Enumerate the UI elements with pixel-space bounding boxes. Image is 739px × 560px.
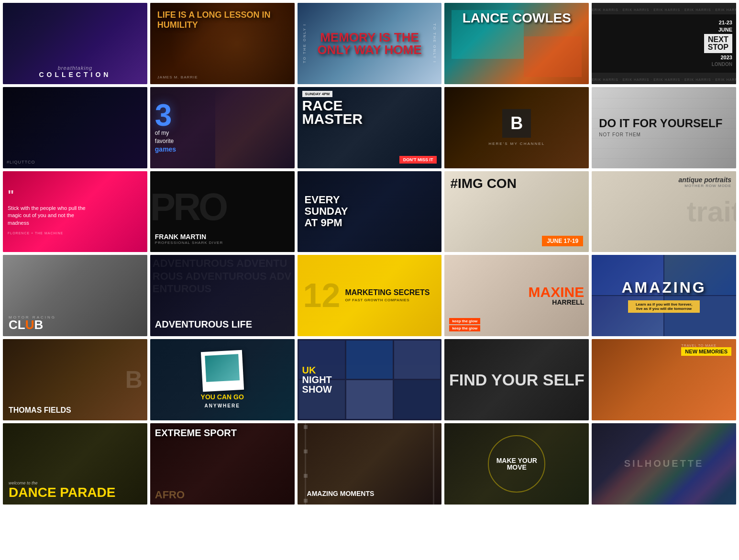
card-16[interactable]: MOTOR RACING CLUB — [3, 255, 147, 336]
card-17[interactable]: ADVENTUROUS ADVENTUROUS ADVENTUROUS ADVE… — [150, 255, 295, 336]
card-8-title: RACEMASTER — [302, 99, 437, 126]
card-27[interactable]: EXTREME SPORT AFRO — [150, 423, 295, 505]
card-22[interactable]: YOU CAN GO ANYWHERE — [150, 339, 295, 420]
card-5-year: 2023 — [704, 55, 732, 60]
card-12[interactable]: PRO FRANK MARTIN PROFESSIONAL SHARK DIVE… — [150, 171, 295, 253]
card-3-title: MEMORY IS THE ONLY WAY HOME — [317, 31, 423, 56]
card-1[interactable]: breathtaking COLLECTION — [3, 3, 147, 84]
card-13[interactable]: EVERY SUNDAY AT 9PM — [298, 171, 442, 253]
card-5-london: LONDON — [704, 62, 732, 67]
card-4[interactable]: LANCE COWLES — [444, 3, 589, 84]
card-7[interactable]: 3 of my favorite games — [150, 87, 295, 168]
card-24[interactable]: FIND YOUR SELF — [444, 339, 589, 420]
card-27-title: EXTREME SPORT — [155, 428, 290, 438]
card-11-author: FLORENCE + THE MACHINE — [8, 231, 87, 235]
card-9[interactable]: B HERE'S MY CHANNEL — [444, 87, 589, 168]
card-14-hashtag: #IMG CON — [450, 177, 583, 190]
card-22-subtitle: ANYWHERE — [205, 403, 240, 408]
card-3[interactable]: TO THE ONLY I TO THE ONLY I MEMORY IS TH… — [298, 3, 442, 84]
card-11-quote: Stick with the people who pull the magic… — [8, 205, 87, 227]
card-14-date: JUNE 17-19 — [542, 236, 583, 246]
card-7-line2: favorite — [155, 137, 176, 145]
card-8[interactable]: SUNDAY 4PM RACEMASTER DON'T MISS IT — [298, 87, 442, 168]
card-5[interactable]: ERIK HARRIS · ERIK HARRIS · ERIK HARRIS … — [592, 3, 736, 84]
card-15[interactable]: antique portraits MOTHER ROW MODE trait — [592, 171, 736, 253]
card-20[interactable]: AMAZING Learn as if you will live foreve… — [592, 255, 736, 336]
card-4-title: LANCE COWLES — [453, 11, 580, 25]
card-10[interactable]: DO IT FOR YOURSELF NOT FOR THEM — [592, 87, 736, 168]
card-23[interactable]: UKNIGHTSHOW — [298, 339, 442, 420]
card-9-letter: B — [510, 113, 523, 133]
card-11[interactable]: " Stick with the people who pull the mag… — [3, 171, 147, 253]
card-12-name: FRANK MARTIN — [155, 233, 223, 241]
card-12-subtitle: PROFESSIONAL SHARK DIVER — [155, 241, 223, 245]
card-5-repeating: ERIK HARRIS · ERIK HARRIS · ERIK HARRIS … — [592, 8, 736, 11]
card-5-next-stop: NEXTSTOP — [708, 36, 728, 51]
card-7-line1: of my — [155, 130, 176, 138]
card-23-title: UKNIGHTSHOW — [302, 365, 332, 394]
card-6[interactable]: #LIQUTTCO — [3, 87, 147, 168]
card-26-title: DANCE PARADE — [9, 486, 142, 498]
card-7-number: 3 — [155, 102, 176, 130]
card-21[interactable]: THOMAS FIELDS B — [3, 339, 147, 420]
card-19-tag1: keep the glow — [449, 318, 480, 324]
card-25[interactable]: TRAVEL TO MAKE NEW MEMORIES — [592, 339, 736, 420]
card-17-title: ADVENTUROUS LIFE — [155, 319, 290, 329]
card-10-title: DO IT FOR YOURSELF — [599, 118, 722, 129]
card-21-name: THOMAS FIELDS — [9, 406, 71, 415]
card-18-subtitle: OF FAST GROWTH COMPANIES — [345, 298, 430, 302]
card-18-title: MARKETING SECRETS — [345, 289, 430, 296]
card-28[interactable]: AMAZING MOMENTS — [298, 423, 442, 505]
card-25-title: NEW MEMORIES — [681, 347, 731, 356]
card-18-number: 12 — [303, 281, 341, 311]
card-19-name: MAXINE — [529, 285, 585, 298]
card-9-subtitle: HERE'S MY CHANNEL — [488, 142, 545, 146]
card-29[interactable]: MAKE YOUR MOVE — [444, 423, 589, 505]
card-8-time: SUNDAY 4PM — [302, 91, 333, 97]
card-2-title: LIFE IS A LONG LESSON IN HUMILITY — [157, 10, 287, 30]
card-10-subtitle: NOT FOR THEM — [599, 132, 641, 137]
card-26[interactable]: welcome to the DANCE PARADE — [3, 423, 147, 505]
card-5-june: JUNE — [704, 27, 732, 33]
card-29-title: MAKE YOUR MOVE — [489, 457, 544, 471]
card-14[interactable]: #IMG CON JUNE 17-19 — [444, 171, 589, 253]
card-28-title: AMAZING MOMENTS — [307, 490, 375, 497]
card-19-tag2: keep the glow — [449, 325, 480, 331]
thumbnail-grid: breathtaking COLLECTION LIFE IS A LONG L… — [0, 0, 739, 507]
card-27-subtitle: AFRO — [155, 490, 290, 500]
card-20-title: AMAZING — [621, 279, 706, 296]
card-24-title: FIND YOUR SELF — [449, 373, 585, 387]
card-12-big-title: PRO — [150, 185, 226, 229]
card-19[interactable]: MAXINE HARRELL keep the glow keep the gl… — [444, 255, 589, 336]
card-8-tag: DON'T MISS IT — [399, 156, 437, 164]
card-21-letter: B — [125, 366, 143, 394]
card-2-author: JAMES M. BARRIE — [157, 75, 287, 79]
card-30[interactable]: SILHOUETTE — [592, 423, 736, 505]
card-1-title: breathtaking — [3, 65, 147, 71]
card-7-line3: games — [155, 145, 176, 153]
card-16-title: CLUB — [9, 319, 56, 330]
card-18[interactable]: 12 MARKETING SECRETS OF FAST GROWTH COMP… — [298, 255, 442, 336]
card-6-subtitle: #LIQUTTCO — [7, 160, 35, 165]
card-13-text: EVERY SUNDAY AT 9PM — [305, 194, 348, 229]
card-5-dates: 21-23 — [704, 20, 732, 25]
card-2[interactable]: LIFE IS A LONG LESSON IN HUMILITY JAMES … — [150, 3, 295, 84]
card-22-title: YOU CAN GO — [201, 393, 244, 401]
card-1-subtitle: COLLECTION — [3, 71, 147, 78]
card-20-subtitle: Learn as if you will live forever, live … — [628, 300, 700, 313]
